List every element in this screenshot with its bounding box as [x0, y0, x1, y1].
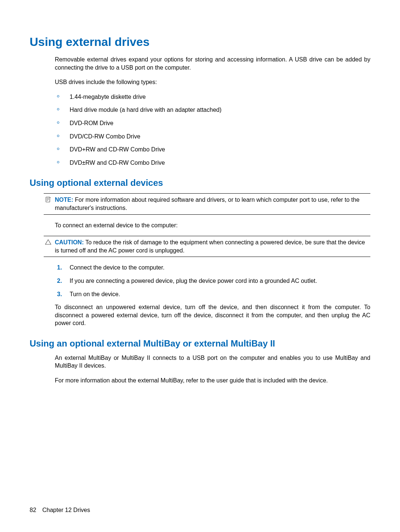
caution-label: CAUTION: [55, 239, 84, 245]
step-text: Turn on the device. [70, 290, 120, 298]
caution-callout: CAUTION: To reduce the risk of damage to… [44, 236, 370, 257]
caution-content: CAUTION: To reduce the risk of damage to… [55, 238, 370, 254]
bullet-icon [57, 148, 59, 150]
bullet-icon [57, 108, 59, 110]
step-number: 3. [57, 290, 70, 298]
connect-intro: To connect an external device to the com… [55, 221, 370, 230]
section-body: An external MultiBay or MultiBay II conn… [55, 354, 370, 385]
step-text: Connect the device to the computer. [70, 264, 164, 272]
heading-optional-external-devices: Using optional external devices [30, 178, 370, 188]
bullet-icon [57, 135, 59, 137]
note-label: NOTE: [55, 197, 73, 203]
intro-paragraph: Removable external drives expand your op… [55, 56, 370, 71]
bullet-icon [57, 161, 59, 163]
bullet-icon [57, 121, 59, 124]
note-text: For more information about required soft… [55, 197, 360, 211]
step-number: 1. [57, 264, 70, 272]
list-item-text: DVD-ROM Drive [70, 119, 113, 127]
note-callout: NOTE: For more information about require… [44, 193, 370, 214]
document-page: Using external drives Removable external… [0, 0, 400, 414]
caution-icon [44, 238, 53, 245]
step-number: 2. [57, 277, 70, 285]
steps-list: 1. Connect the device to the computer. 2… [55, 264, 370, 298]
list-item: DVD±RW and CD-RW Combo Drive [57, 159, 370, 167]
list-item-text: Hard drive module (a hard drive with an … [70, 106, 221, 114]
section-body: Removable external drives expand your op… [55, 56, 370, 167]
list-item-text: DVD/CD-RW Combo Drive [70, 133, 140, 141]
step-item: 1. Connect the device to the computer. [57, 264, 370, 272]
list-item: DVD/CD-RW Combo Drive [57, 133, 370, 141]
multibay-paragraph-2: For more information about the external … [55, 377, 370, 385]
usb-types-list: 1.44-megabyte diskette drive Hard drive … [55, 93, 370, 167]
list-item-text: 1.44-megabyte diskette drive [70, 93, 146, 101]
heading-multibay: Using an optional external MultiBay or e… [30, 338, 370, 349]
svg-rect-0 [46, 197, 50, 203]
multibay-paragraph-1: An external MultiBay or MultiBay II conn… [55, 354, 370, 370]
chapter-label: Chapter 12 Drives [42, 507, 90, 513]
page-number: 82 [30, 507, 36, 513]
step-text: If you are connecting a powered device, … [70, 277, 317, 285]
step-item: 3. Turn on the device. [57, 290, 370, 298]
section-body: To connect an external device to the com… [55, 221, 370, 230]
caution-text: To reduce the risk of damage to the equi… [55, 239, 365, 254]
step-item: 2. If you are connecting a powered devic… [57, 277, 370, 285]
list-item: 1.44-megabyte diskette drive [57, 93, 370, 101]
list-item-text: DVD±RW and CD-RW Combo Drive [70, 159, 165, 167]
note-icon [44, 196, 53, 203]
heading-using-external-drives: Using external drives [30, 35, 370, 49]
list-item: DVD-ROM Drive [57, 119, 370, 127]
list-item: Hard drive module (a hard drive with an … [57, 106, 370, 114]
bullet-icon [57, 95, 59, 97]
section-body: 1. Connect the device to the computer. 2… [55, 264, 370, 327]
list-item-text: DVD+RW and CD-RW Combo Drive [70, 145, 165, 154]
note-content: NOTE: For more information about require… [55, 196, 370, 212]
usb-types-intro: USB drives include the following types: [55, 78, 370, 86]
list-item: DVD+RW and CD-RW Combo Drive [57, 145, 370, 154]
page-footer: 82 Chapter 12 Drives [30, 507, 90, 513]
disconnect-paragraph: To disconnect an unpowered external devi… [55, 303, 370, 327]
